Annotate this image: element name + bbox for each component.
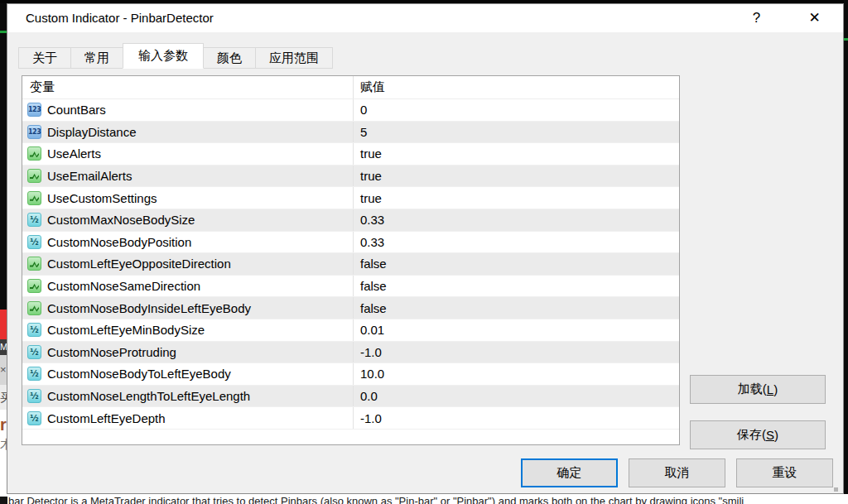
param-value[interactable]: 0.01 bbox=[354, 319, 679, 341]
param-value[interactable]: 0 bbox=[354, 99, 679, 121]
UseAlerts[interactable]: UseAlerts true bbox=[22, 143, 679, 166]
parameters-table[interactable]: 变量 赋值 123 CountBars 0 123 bbox=[22, 75, 680, 445]
double-icon: ½ bbox=[27, 323, 41, 337]
param-value[interactable]: 0.33 bbox=[354, 209, 679, 231]
param-value[interactable]: false bbox=[354, 253, 679, 275]
param-value[interactable]: -1.0 bbox=[354, 342, 679, 363]
integer-icon: 123 bbox=[27, 103, 41, 117]
boolean-icon bbox=[27, 169, 41, 183]
double-icon: ½ bbox=[27, 367, 41, 381]
param-name: CustomLeftEyeMinBodySize bbox=[47, 323, 205, 337]
param-value[interactable]: 0.33 bbox=[354, 232, 679, 253]
background-right-green-line bbox=[844, 38, 848, 41]
tab-colors[interactable]: 颜色 bbox=[203, 47, 256, 69]
param-value[interactable]: 5 bbox=[354, 122, 679, 143]
background-left-text-fragment: × bbox=[0, 355, 7, 385]
background-left-text-fragment: M bbox=[0, 339, 7, 355]
tab-visualization[interactable]: 应用范围 bbox=[255, 47, 333, 69]
CustomMaxNoseBodySize[interactable]: ½ CustomMaxNoseBodySize 0.33 bbox=[22, 209, 679, 232]
CustomNoseBodyInsideLeftEyeBody[interactable]: CustomNoseBodyInsideLeftEyeBody false bbox=[22, 297, 679, 319]
param-name: DisplayDistance bbox=[47, 125, 137, 139]
tab-label: 输入参数 bbox=[138, 48, 188, 64]
double-icon: ½ bbox=[27, 345, 41, 359]
tab-label: 关于 bbox=[32, 50, 57, 66]
cancel-button[interactable]: 取消 bbox=[629, 458, 725, 487]
CustomNoseBodyToLeftEyeBody[interactable]: ½ CustomNoseBodyToLeftEyeBody 10.0 bbox=[22, 363, 679, 386]
background-right-strip bbox=[844, 0, 848, 494]
DisplayDistance[interactable]: 123 DisplayDistance 5 bbox=[22, 122, 679, 144]
double-icon: ½ bbox=[27, 411, 41, 425]
close-icon[interactable]: ✕ bbox=[796, 4, 833, 32]
param-name: CustomLeftEyeOppositeDirection bbox=[47, 257, 231, 271]
param-name: CustomLeftEyeDepth bbox=[47, 411, 166, 425]
tab-strip: 关于 常用 输入参数 颜色 应用范围 bbox=[18, 43, 333, 69]
title-bar[interactable]: Custom Indicator - PinbarDetector ? ✕ bbox=[7, 4, 843, 32]
tab-common[interactable]: 常用 bbox=[70, 47, 123, 69]
background-left-strip bbox=[0, 3, 7, 339]
param-name: UseCustomSettings bbox=[47, 191, 157, 205]
help-button[interactable]: ? bbox=[738, 4, 775, 32]
double-icon: ½ bbox=[27, 213, 41, 227]
UseCustomSettings[interactable]: UseCustomSettings true bbox=[22, 187, 679, 209]
table-header: 变量 赋值 bbox=[22, 76, 679, 99]
background-left-red-fragment bbox=[0, 310, 7, 339]
save-button[interactable]: 保存(S) bbox=[690, 420, 826, 449]
resize-grip[interactable] bbox=[834, 487, 838, 492]
window-title: Custom Indicator - PinbarDetector bbox=[26, 4, 214, 32]
CustomNoseProtruding[interactable]: ½ CustomNoseProtruding -1.0 bbox=[22, 342, 679, 364]
param-value[interactable]: true bbox=[354, 166, 679, 187]
boolean-icon bbox=[27, 257, 41, 271]
background-left-text-fragment: 木 bbox=[0, 435, 7, 454]
param-value[interactable]: 10.0 bbox=[354, 363, 679, 385]
param-name: UseAlerts bbox=[47, 146, 101, 161]
param-name: UseEmailAlerts bbox=[47, 169, 132, 183]
param-value[interactable]: true bbox=[354, 187, 679, 209]
background-clipped-text: bar Detector is a MetaTrader indicator t… bbox=[8, 495, 848, 504]
double-icon: ½ bbox=[27, 389, 41, 403]
double-icon: ½ bbox=[27, 235, 41, 249]
integer-icon: 123 bbox=[27, 125, 41, 139]
tab-label: 常用 bbox=[84, 50, 109, 66]
param-value[interactable]: false bbox=[354, 276, 679, 297]
background-left-text-fragment: r bbox=[0, 414, 7, 435]
tab-inputs[interactable]: 输入参数 bbox=[123, 43, 204, 69]
param-value[interactable]: 0.0 bbox=[354, 386, 679, 407]
column-header-variable: 变量 bbox=[22, 76, 354, 98]
boolean-icon bbox=[27, 301, 41, 315]
CustomNoseSameDirection[interactable]: CustomNoseSameDirection false bbox=[22, 276, 679, 298]
ok-button[interactable]: 确定 bbox=[521, 458, 618, 487]
background-left-green-line bbox=[0, 31, 7, 33]
table-body: 123 CountBars 0 123 DisplayDistance 5 bbox=[22, 99, 679, 430]
CustomLeftEyeMinBodySize[interactable]: ½ CustomLeftEyeMinBodySize 0.01 bbox=[22, 319, 679, 342]
tab-label: 颜色 bbox=[217, 50, 242, 66]
param-name: CountBars bbox=[47, 103, 106, 117]
param-name: CustomNoseBodyToLeftEyeBody bbox=[47, 367, 231, 381]
param-name: CustomNoseBodyInsideLeftEyeBody bbox=[47, 301, 251, 315]
boolean-icon bbox=[27, 191, 41, 205]
screenshot-root: M × 买 r 木 bar Detector is a MetaTrader i… bbox=[0, 0, 848, 504]
CustomLeftEyeOppositeDirection[interactable]: CustomLeftEyeOppositeDirection false bbox=[22, 253, 679, 276]
CountBars[interactable]: 123 CountBars 0 bbox=[22, 99, 679, 122]
param-name: CustomNoseSameDirection bbox=[47, 279, 200, 293]
load-button[interactable]: 加载(L) bbox=[690, 375, 826, 404]
CustomLeftEyeDepth[interactable]: ½ CustomLeftEyeDepth -1.0 bbox=[22, 407, 679, 430]
param-value[interactable]: false bbox=[354, 297, 679, 319]
param-value[interactable]: -1.0 bbox=[354, 407, 679, 429]
tab-about[interactable]: 关于 bbox=[18, 47, 71, 69]
indicator-properties-dialog: Custom Indicator - PinbarDetector ? ✕ 关于… bbox=[7, 3, 844, 494]
param-name: CustomMaxNoseBodySize bbox=[47, 213, 195, 227]
param-name: CustomNoseBodyPosition bbox=[47, 235, 191, 249]
param-name: CustomNoseLengthToLeftEyeLength bbox=[47, 389, 250, 403]
tab-label: 应用范围 bbox=[269, 50, 319, 66]
CustomNoseLengthToLeftEyeLength[interactable]: ½ CustomNoseLengthToLeftEyeLength 0.0 bbox=[22, 386, 679, 408]
boolean-icon bbox=[27, 146, 41, 161]
background-left-corner-fragment bbox=[0, 497, 7, 504]
param-value[interactable]: true bbox=[354, 143, 679, 165]
reset-button[interactable]: 重设 bbox=[736, 458, 833, 487]
CustomNoseBodyPosition[interactable]: ½ CustomNoseBodyPosition 0.33 bbox=[22, 232, 679, 254]
UseEmailAlerts[interactable]: UseEmailAlerts true bbox=[22, 166, 679, 188]
param-name: CustomNoseProtruding bbox=[47, 345, 176, 359]
background-left-text-fragment: 买 bbox=[0, 385, 7, 410]
column-header-value: 赋值 bbox=[354, 76, 679, 98]
boolean-icon bbox=[27, 279, 41, 293]
